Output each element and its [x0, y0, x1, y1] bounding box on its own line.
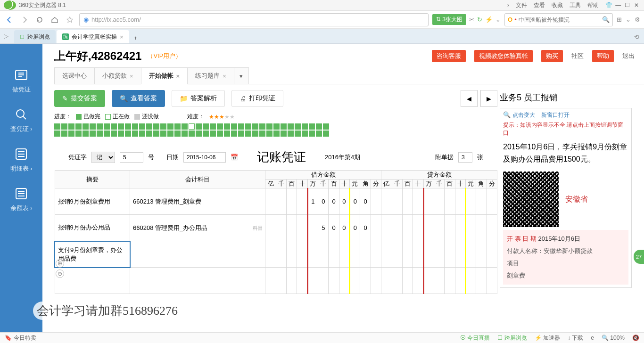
amount-cell[interactable] [307, 268, 318, 294]
amount-cell[interactable] [371, 268, 381, 294]
float-badge[interactable]: 27 [634, 250, 644, 264]
zoom-icon[interactable]: 🔍 100% [602, 335, 625, 341]
close-icon[interactable]: × [130, 73, 133, 80]
amount-cell[interactable] [402, 268, 413, 294]
amount-cell[interactable] [423, 241, 434, 268]
subject-cell[interactable] [130, 268, 265, 294]
amount-cell[interactable] [402, 215, 413, 241]
tab-add-button[interactable]: + [130, 32, 141, 43]
amount-cell[interactable] [287, 188, 297, 215]
amount-cell[interactable]: 0 [360, 188, 371, 215]
amount-cell[interactable] [413, 268, 423, 294]
voucher-date-input[interactable] [183, 152, 226, 163]
summary-cell[interactable]: 报销9月份办公用品 [55, 215, 130, 241]
amount-cell[interactable] [423, 268, 434, 294]
ie-icon[interactable]: e [591, 335, 594, 341]
chevron-down-icon[interactable]: ⌄ [495, 16, 501, 23]
amount-cell[interactable] [402, 241, 413, 268]
amount-cell[interactable] [371, 215, 381, 241]
amount-cell[interactable] [360, 268, 371, 294]
summary-cell[interactable]: 支付9月份刻章费，办公用品费 [55, 241, 130, 268]
zoom-link[interactable]: 点击变大 [512, 112, 535, 118]
play-icon[interactable]: ▷ [4, 33, 8, 40]
amount-cell[interactable] [487, 268, 497, 294]
amount-cell[interactable] [413, 215, 423, 241]
amount-cell[interactable] [381, 215, 392, 241]
remove-row-icon[interactable]: ⊖ [56, 270, 64, 278]
amount-cell[interactable] [392, 215, 402, 241]
star-button[interactable] [64, 14, 75, 25]
amount-cell[interactable] [329, 268, 339, 294]
amount-cell[interactable] [339, 241, 349, 268]
magnifier-icon[interactable]: 🔍 [602, 16, 610, 23]
sound-icon[interactable]: 🔇 [632, 335, 639, 341]
back-button[interactable] [4, 14, 15, 25]
amount-cell[interactable] [465, 268, 476, 294]
menu-view[interactable]: 查看 [534, 1, 545, 9]
voucher-number-input[interactable] [120, 152, 143, 163]
amount-cell[interactable] [287, 241, 297, 268]
amount-cell[interactable] [329, 241, 339, 268]
section-tab-loan[interactable]: 小额贷款× [94, 67, 141, 84]
amount-cell[interactable] [381, 188, 392, 215]
sidebar-make-voucher[interactable]: 做凭证 [12, 67, 31, 94]
download-icon[interactable]: ↓ 下载 [568, 334, 583, 342]
voucher-word-select[interactable]: 记 [91, 152, 115, 163]
amount-cell[interactable] [476, 188, 487, 215]
amount-cell[interactable]: 1 [307, 188, 318, 215]
minimize-icon[interactable]: — [614, 2, 622, 8]
amount-cell[interactable] [434, 268, 444, 294]
amount-cell[interactable] [350, 241, 360, 268]
tab-crossscreen[interactable]: ☐ 跨屏浏览 [14, 30, 56, 43]
amount-cell[interactable] [350, 268, 360, 294]
amount-cell[interactable] [265, 215, 276, 241]
amount-cell[interactable] [307, 215, 318, 241]
amount-cell[interactable] [381, 268, 392, 294]
scissors-icon[interactable]: ✂ [469, 16, 474, 23]
crossscreen-icon[interactable]: ☐ 跨屏浏览 [497, 334, 527, 342]
flash-icon[interactable]: ⚡ [485, 16, 493, 23]
amount-cell[interactable] [476, 241, 487, 268]
amount-cell[interactable] [465, 241, 476, 268]
next-button[interactable]: ▶ [480, 90, 497, 107]
amount-cell[interactable]: 0 [329, 188, 339, 215]
section-tab-exercise[interactable]: 练习题库× [187, 67, 234, 84]
forward-button[interactable] [19, 14, 30, 25]
buy-button[interactable]: 购买 [541, 50, 563, 62]
calendar-icon[interactable]: 📅 [231, 154, 238, 161]
newwin-link[interactable]: 新窗口打开 [541, 112, 570, 118]
amount-cell[interactable]: 0 [339, 215, 349, 241]
tab-accounting[interactable]: 练 会计学堂真帐实操 × [57, 30, 129, 43]
gear-icon[interactable]: ⚙ [635, 16, 640, 23]
close-icon[interactable]: ✕ [633, 2, 640, 8]
attach-input[interactable] [458, 152, 472, 163]
amount-cell[interactable] [276, 215, 286, 241]
amount-cell[interactable] [287, 215, 297, 241]
live-icon[interactable]: ⦿ 今日直播 [460, 334, 490, 342]
amount-cell[interactable] [455, 215, 465, 241]
amount-cell[interactable] [445, 268, 455, 294]
chevron-down-icon[interactable]: ⌄ [626, 16, 631, 23]
exit-link[interactable]: 退出 [622, 52, 635, 60]
refresh-circle-icon[interactable]: ↻ [477, 16, 482, 23]
section-tab-start[interactable]: 开始做帐× [141, 67, 188, 84]
amount-cell[interactable] [381, 241, 392, 268]
sidebar-search-voucher[interactable]: 查凭证 › [10, 107, 33, 133]
amount-cell[interactable] [423, 215, 434, 241]
sidebar-balance-table[interactable]: 余额表 › [10, 186, 33, 212]
amount-cell[interactable] [455, 241, 465, 268]
amount-cell[interactable] [339, 268, 349, 294]
amount-cell[interactable] [371, 188, 381, 215]
amount-cell[interactable] [297, 215, 307, 241]
amount-cell[interactable] [265, 188, 276, 215]
screenshot-button[interactable]: ⇅ 3张大图 [432, 14, 466, 25]
amount-cell[interactable] [434, 188, 444, 215]
amount-cell[interactable] [476, 268, 487, 294]
amount-cell[interactable] [487, 241, 497, 268]
amount-cell[interactable] [297, 268, 307, 294]
amount-cell[interactable] [297, 188, 307, 215]
menu-help[interactable]: 帮助 [587, 1, 599, 9]
amount-cell[interactable] [487, 188, 497, 215]
amount-cell[interactable] [392, 268, 402, 294]
view-answer-button[interactable]: 🔍查看答案 [112, 90, 165, 107]
